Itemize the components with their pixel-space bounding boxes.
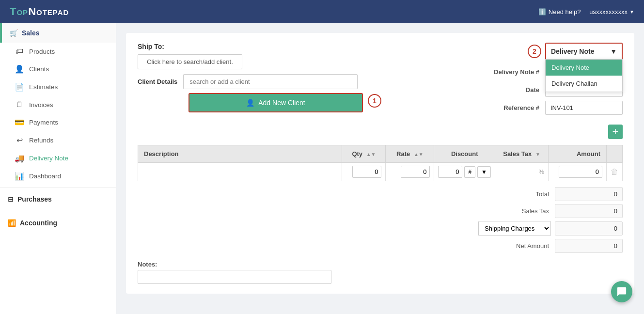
total-label: Total <box>491 190 549 198</box>
estimates-icon: 📄 <box>15 82 24 92</box>
sidebar-item-delivery-note-label: Delivery Note <box>29 155 68 162</box>
chat-bubble-button[interactable] <box>611 281 632 302</box>
form-card: Ship To: Click here to search/add client… <box>126 33 634 294</box>
sidebar: 🛒 Sales 🏷 Products 👤 Clients 📄 Estimates… <box>0 23 116 314</box>
sidebar-item-products-label: Products <box>29 48 55 55</box>
sidebar-item-estimates[interactable]: 📄 Estimates <box>0 78 116 96</box>
sidebar-item-dashboard[interactable]: 📊 Dashboard <box>0 167 116 185</box>
add-row-btn-wrapper: + <box>138 125 623 141</box>
doc-type-dropdown-wrapper: 2 Delivery Note ▼ Delivery Note Delivery… <box>528 43 623 60</box>
col-sales-tax: Sales Tax ▼ <box>495 145 549 163</box>
dashboard-icon: 📊 <box>15 172 24 181</box>
reference-input[interactable] <box>545 101 623 115</box>
table-body: # ▼ % 🗑 <box>138 163 623 181</box>
sidebar-purchases-header[interactable]: ⊟ Purchases <box>0 189 116 209</box>
add-new-client-button[interactable]: 👤 Add New Client <box>188 93 363 112</box>
total-input[interactable] <box>555 187 623 201</box>
cell-description <box>138 163 342 181</box>
delete-row-button[interactable]: 🗑 <box>611 168 618 176</box>
reference-row: Reference # <box>503 101 623 115</box>
sidebar-item-invoices[interactable]: 🗒 Invoices <box>0 96 116 113</box>
amount-input[interactable] <box>559 166 602 178</box>
discount-cell-inner: # ▼ <box>438 166 491 178</box>
top-row: Ship To: Click here to search/add client… <box>138 43 623 115</box>
rate-input[interactable] <box>401 166 430 178</box>
client-details-label: Client Details <box>138 78 177 85</box>
app-logo: TopNotepad <box>10 5 69 18</box>
payments-icon: 💳 <box>15 118 24 127</box>
sales-tax-total-label: Sales Tax <box>491 207 549 215</box>
badge-1: 1 <box>368 94 381 108</box>
total-row: Total <box>491 187 623 201</box>
delivery-note-icon: 🚚 <box>15 154 24 163</box>
sales-tax-sort-icon: ▼ <box>535 152 540 157</box>
sidebar-item-refunds[interactable]: ↩ Refunds <box>0 131 116 149</box>
shipping-input[interactable] <box>555 221 623 236</box>
ship-to-section: Ship To: Click here to search/add client… <box>138 43 458 112</box>
user-menu[interactable]: usxxxxxxxxxx ▼ <box>589 8 634 16</box>
help-icon: ℹ️ <box>538 8 546 16</box>
app-layout: 🛒 Sales 🏷 Products 👤 Clients 📄 Estimates… <box>0 23 644 314</box>
purchases-collapse-icon: ⊟ <box>8 195 14 203</box>
notes-section: Notes: <box>138 261 623 284</box>
col-actions <box>607 145 623 163</box>
products-icon: 🏷 <box>15 47 24 56</box>
sidebar-item-payments[interactable]: 💳 Payments <box>0 113 116 131</box>
sidebar-item-clients[interactable]: 👤 Clients <box>0 60 116 78</box>
search-client-button[interactable]: Click here to search/add client. <box>138 54 242 69</box>
cell-rate <box>386 163 434 181</box>
rate-sort-icon: ▲▼ <box>414 152 424 157</box>
sidebar-item-refunds-label: Refunds <box>29 137 53 144</box>
discount-input[interactable] <box>438 166 462 178</box>
main-content: Ship To: Click here to search/add client… <box>116 23 644 314</box>
chevron-down-icon: ▼ <box>629 9 634 15</box>
description-input[interactable] <box>142 166 338 177</box>
notes-label: Notes: <box>138 261 623 268</box>
sales-tax-total-input[interactable] <box>555 204 623 218</box>
net-amount-label: Net Amount <box>491 242 549 250</box>
help-link[interactable]: ℹ️ Need help? <box>538 8 581 16</box>
add-client-row: 👤 Add New Client 1 <box>138 89 458 112</box>
sidebar-accounting-header[interactable]: 📶 Accounting <box>0 213 116 233</box>
doc-type-select-header[interactable]: Delivery Note ▼ <box>546 44 622 59</box>
refunds-icon: ↩ <box>15 136 24 145</box>
discount-arrow-button[interactable]: ▼ <box>477 166 491 178</box>
sidebar-accounting-label: Accounting <box>20 219 57 227</box>
invoices-icon: 🗒 <box>15 100 24 109</box>
sidebar-item-invoices-label: Invoices <box>29 101 53 109</box>
sidebar-item-products[interactable]: 🏷 Products <box>0 43 116 60</box>
ship-to-label: Ship To: <box>138 43 458 50</box>
sidebar-divider-1 <box>0 187 116 188</box>
accounting-icon: 📶 <box>8 219 16 227</box>
sidebar-item-clients-label: Clients <box>29 65 49 73</box>
net-amount-input[interactable] <box>555 239 623 253</box>
doc-option-delivery-note[interactable]: Delivery Note <box>546 60 622 76</box>
qty-input[interactable] <box>352 166 381 178</box>
doc-type-section: 2 Delivery Note ▼ Delivery Note Delivery… <box>458 43 623 115</box>
top-navbar: TopNotepad ℹ️ Need help? usxxxxxxxxxx ▼ <box>0 0 644 23</box>
sidebar-item-delivery-note[interactable]: 🚚 Delivery Note <box>0 149 116 167</box>
sidebar-sales-label: Sales <box>22 29 40 37</box>
sidebar-item-estimates-label: Estimates <box>29 83 58 91</box>
shipping-charges-select[interactable]: Shipping Charges <box>478 221 551 236</box>
discount-type-button[interactable]: # <box>464 166 475 178</box>
qty-sort-icon: ▲▼ <box>366 152 376 157</box>
doc-type-dropdown-list: Delivery Note Delivery Challan <box>545 59 623 92</box>
items-table: Description Qty ▲▼ Rate ▲▼ Discount <box>138 145 623 181</box>
logo-bottom: Notepad <box>28 5 69 17</box>
add-row-button[interactable]: + <box>608 125 623 139</box>
cell-discount: # ▼ <box>434 163 495 181</box>
tax-cell-inner: % <box>499 168 544 175</box>
doc-type-select-box: Delivery Note ▼ Delivery Note Delivery C… <box>545 43 623 60</box>
add-client-label: Add New Client <box>258 99 305 107</box>
doc-option-delivery-challan[interactable]: Delivery Challan <box>546 76 622 92</box>
net-amount-row: Net Amount <box>491 239 623 253</box>
table-header: Description Qty ▲▼ Rate ▲▼ Discount <box>138 145 623 163</box>
col-rate: Rate ▲▼ <box>386 145 434 163</box>
col-discount: Discount <box>434 145 495 163</box>
notes-input[interactable] <box>138 270 331 284</box>
client-details-row: Client Details <box>138 74 458 89</box>
sales-icon: 🛒 <box>10 29 18 37</box>
client-details-input[interactable] <box>183 74 358 89</box>
sidebar-sales-header[interactable]: 🛒 Sales <box>0 23 116 43</box>
